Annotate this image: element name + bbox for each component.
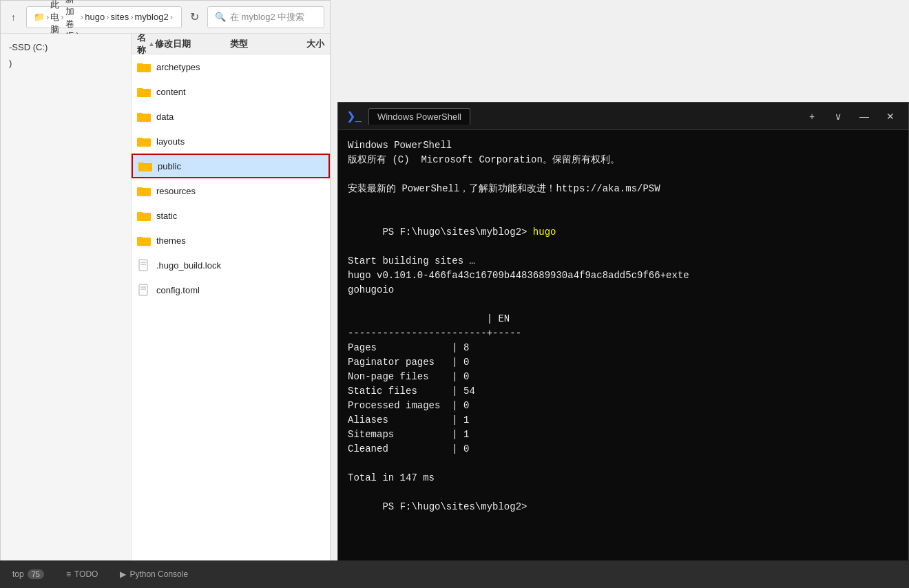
ps-command: hugo (533, 227, 556, 238)
folder-icon-path: 📁 (34, 12, 45, 22)
item-name: data (156, 112, 324, 122)
taskbar: top 75 ≡ TODO ▶ Python Console (0, 560, 909, 588)
ps-total-line: Total in 147 ms (348, 471, 899, 485)
list-item[interactable]: layouts (132, 129, 330, 154)
svg-rect-9 (138, 162, 144, 165)
ps-prompt2: PS F:\hugo\sites\myblog2> (382, 501, 527, 512)
ps-tab[interactable]: Windows PowerShell (368, 108, 470, 125)
item-name: resources (156, 186, 324, 196)
list-item[interactable]: data (132, 104, 330, 129)
ps-line: 版权所有 (C) Microsoft Corporation。保留所有权利。 (348, 153, 899, 167)
col-header-date[interactable]: 修改日期 (155, 38, 230, 50)
up-button[interactable]: ↑ (6, 8, 21, 27)
ps-line: hugo v0.101.0-466fa43c16709b4483689930a4… (348, 269, 899, 283)
svg-rect-11 (137, 187, 143, 189)
search-placeholder: 在 myblog2 中搜索 (230, 11, 304, 23)
folder-icon (138, 160, 152, 171)
taskbar-icon-todo: ≡ (66, 569, 71, 579)
list-item[interactable]: themes (132, 228, 330, 253)
file-icon (137, 283, 151, 297)
file-icon (137, 258, 151, 272)
search-icon: 🔍 (215, 12, 226, 22)
ps-content[interactable]: Windows PowerShell 版权所有 (C) Microsoft Co… (338, 130, 908, 587)
ps-prompt-line2: PS F:\hugo\sites\myblog2> (348, 485, 899, 529)
ps-prompt: PS F:\hugo\sites\myblog2> (382, 227, 532, 238)
folder-icon (137, 185, 151, 196)
folder-icon (137, 111, 151, 122)
sidebar-item-other[interactable]: ) (1, 55, 131, 71)
list-item[interactable]: config.toml (132, 277, 330, 302)
list-item[interactable]: archetypes (132, 54, 330, 79)
ps-titlebar: ❯_ Windows PowerShell + ∨ — ✕ (338, 103, 908, 130)
ps-table-row: Processed images | 0 (348, 399, 899, 413)
svg-rect-7 (137, 138, 143, 140)
svg-rect-16 (139, 260, 147, 271)
ps-add-tab-button[interactable]: + (802, 107, 822, 126)
ps-table-row: Cleaned | 0 (348, 442, 899, 456)
ps-line: gohugoio (348, 283, 899, 297)
ps-line: 安装最新的 PowerShell，了解新功能和改进！https://aka.ms… (348, 182, 899, 196)
taskbar-item-todo[interactable]: ≡ TODO (61, 567, 103, 582)
address-bar: ↑ 📁 › 此电脑 › 新加卷 (F:) › hugo › sites › my… (1, 1, 330, 34)
ps-line: Windows PowerShell (348, 138, 899, 153)
ps-prompt-line: PS F:\hugo\sites\myblog2> hugo (348, 211, 899, 254)
column-headers: 名称 ▲ 修改日期 类型 大小 (132, 34, 330, 54)
powershell-window: ❯_ Windows PowerShell + ∨ — ✕ Windows Po… (337, 102, 909, 588)
ps-line (348, 297, 899, 312)
sort-arrow: ▲ (148, 40, 155, 48)
ps-table-header: | EN (348, 312, 899, 326)
col-header-type[interactable]: 类型 (230, 38, 286, 50)
item-name: static (156, 211, 324, 221)
search-bar[interactable]: 🔍 在 myblog2 中搜索 (207, 6, 324, 28)
list-item[interactable]: static (132, 203, 330, 228)
taskbar-item-python[interactable]: ▶ Python Console (114, 567, 194, 582)
col-header-size[interactable]: 大小 (286, 38, 324, 50)
svg-rect-5 (137, 113, 143, 115)
ps-line: Start building sites … (348, 254, 899, 269)
ps-line (348, 456, 899, 471)
folder-icon (137, 235, 151, 246)
svg-rect-13 (137, 212, 143, 214)
col-header-name[interactable]: 名称 ▲ (137, 34, 155, 56)
file-explorer: ↑ 📁 › 此电脑 › 新加卷 (F:) › hugo › sites › my… (0, 0, 331, 588)
list-item-public[interactable]: public (132, 154, 330, 178)
file-list: 名称 ▲ 修改日期 类型 大小 archetypes (132, 34, 330, 587)
svg-rect-15 (137, 237, 143, 239)
file-area: -SSD (C:) ) 名称 ▲ 修改日期 类型 大小 (1, 34, 330, 587)
list-item[interactable]: .hugo_build.lock (132, 253, 330, 277)
folder-icon (137, 136, 151, 147)
svg-rect-3 (137, 88, 143, 90)
ps-dropdown-button[interactable]: ∨ (828, 107, 848, 126)
folder-icon (137, 86, 151, 97)
item-name: content (156, 87, 324, 97)
taskbar-label-top: top (12, 569, 24, 579)
ps-table-row: Non-page files | 0 (348, 370, 899, 384)
ps-table-row: Aliases | 1 (348, 413, 899, 428)
taskbar-item-top[interactable]: top 75 (7, 567, 50, 582)
refresh-button[interactable]: ↻ (187, 8, 202, 27)
item-name: archetypes (156, 62, 324, 72)
powershell-icon: ❯_ (346, 109, 362, 123)
taskbar-icon-python: ▶ (120, 569, 126, 579)
taskbar-badge-top: 75 (28, 569, 44, 579)
ps-table-row: Static files | 54 (348, 384, 899, 399)
list-item[interactable]: resources (132, 178, 330, 203)
list-item[interactable]: content (132, 79, 330, 104)
folder-icon (137, 210, 151, 221)
item-name: layouts (156, 136, 324, 147)
item-name: public (158, 161, 323, 171)
ps-table-row: Paginator pages | 0 (348, 355, 899, 370)
item-name: config.toml (156, 285, 324, 295)
ps-close-button[interactable]: ✕ (881, 107, 900, 126)
folder-icon (137, 61, 151, 72)
taskbar-label-python: Python Console (129, 569, 188, 579)
svg-rect-1 (137, 63, 143, 65)
sidebar-item-c-drive[interactable]: -SSD (C:) (1, 39, 131, 55)
ps-line (348, 196, 899, 211)
item-name: .hugo_build.lock (156, 260, 324, 271)
taskbar-label-todo: TODO (74, 569, 98, 579)
item-name: themes (156, 235, 324, 246)
path-bar[interactable]: 📁 › 此电脑 › 新加卷 (F:) › hugo › sites › mybl… (26, 6, 182, 28)
sidebar: -SSD (C:) ) (1, 34, 132, 587)
ps-minimize-button[interactable]: — (855, 107, 874, 126)
